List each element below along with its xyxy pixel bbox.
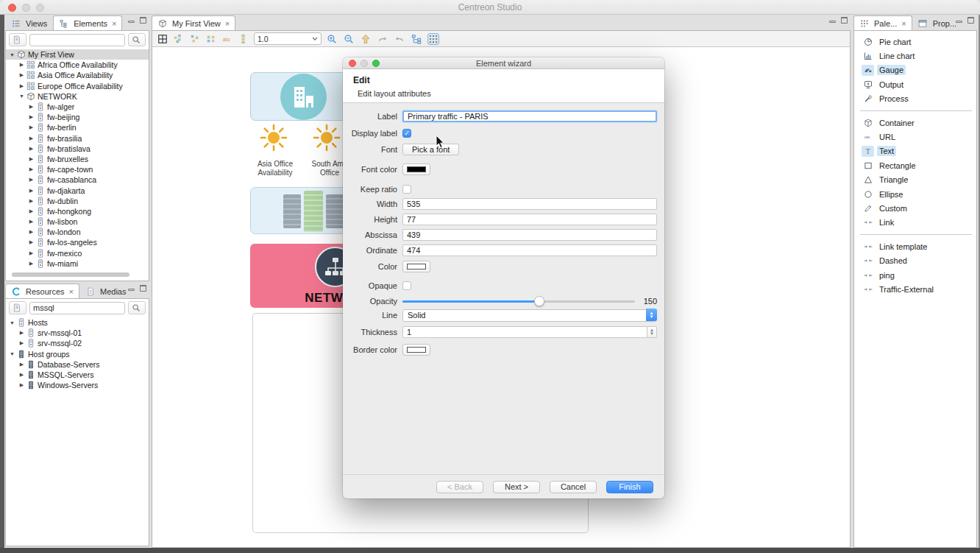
expand-arrow-icon[interactable]: ▶ bbox=[27, 146, 35, 152]
tree-item-windows-servers[interactable]: ▶Windows-Servers bbox=[6, 380, 149, 390]
horizontal-scrollbar[interactable] bbox=[12, 272, 129, 277]
close-tab-icon[interactable]: × bbox=[112, 19, 116, 28]
label-field[interactable] bbox=[402, 110, 657, 122]
sun-status-icon[interactable] bbox=[313, 124, 341, 152]
palette-item-output[interactable]: Output bbox=[854, 77, 976, 91]
tree-item-fw-berlin[interactable]: ▶fw-berlin bbox=[6, 122, 149, 133]
expand-arrow-icon[interactable]: ▶ bbox=[27, 261, 35, 267]
expand-arrow-icon[interactable]: ▶ bbox=[27, 250, 35, 256]
arrange-a-icon[interactable] bbox=[173, 33, 185, 45]
palette-item-process[interactable]: Process bbox=[854, 92, 976, 106]
cancel-button[interactable]: Cancel bbox=[550, 481, 597, 493]
tree-item-fw-beijing[interactable]: ▶fw-beijing bbox=[6, 112, 149, 122]
abc-icon[interactable]: abc bbox=[221, 33, 233, 45]
palette-item-traffic-external[interactable]: Traffic-External bbox=[854, 282, 976, 296]
expand-arrow-icon[interactable]: ▶ bbox=[27, 239, 35, 245]
maximize-panel-icon[interactable] bbox=[967, 17, 974, 24]
expand-arrow-icon[interactable]: ▶ bbox=[27, 156, 35, 162]
tree-item-database-servers[interactable]: ▶Database-Servers bbox=[6, 359, 149, 370]
tree-item-host-groups[interactable]: ▼Host groups bbox=[6, 349, 149, 359]
expand-arrow-icon[interactable]: ▶ bbox=[18, 83, 26, 89]
expand-arrow-icon[interactable]: ▶ bbox=[18, 340, 26, 346]
height-field[interactable] bbox=[402, 214, 657, 225]
palette-item-url[interactable]: URLURL bbox=[854, 130, 976, 144]
palette-item-link-template[interactable]: Link template bbox=[854, 239, 976, 253]
tree-item-srv-mssql-02[interactable]: ▶srv-mssql-02 bbox=[6, 338, 149, 348]
elements-search-button[interactable] bbox=[128, 33, 146, 46]
editor-tab-my-first-view[interactable]: My First View × bbox=[152, 15, 235, 30]
grid-toggle-icon[interactable] bbox=[427, 33, 439, 45]
tree-item-fw-bratislava[interactable]: ▶fw-bratislava bbox=[6, 144, 149, 154]
collapse-arrow-icon[interactable]: ▼ bbox=[8, 351, 16, 356]
minimize-editor-icon[interactable] bbox=[829, 21, 836, 23]
color-swatch-button[interactable] bbox=[402, 261, 430, 272]
ordinate-field[interactable] bbox=[402, 244, 657, 256]
expand-arrow-icon[interactable]: ▶ bbox=[18, 62, 26, 68]
collapse-arrow-icon[interactable]: ▼ bbox=[8, 52, 16, 57]
zoom-in-icon[interactable] bbox=[326, 33, 338, 45]
org-chart-icon[interactable] bbox=[411, 33, 422, 45]
expand-arrow-icon[interactable]: ▶ bbox=[27, 166, 35, 172]
dialog-titlebar[interactable]: Element wizard bbox=[343, 57, 664, 69]
tree-item-mssql-servers[interactable]: ▶MSSQL-Servers bbox=[6, 370, 149, 380]
tree-item-network[interactable]: ▼NETWORK bbox=[6, 91, 149, 102]
tree-item-europe-office-availability[interactable]: ▶Europe Office Availability bbox=[6, 81, 149, 91]
spinner-stepper-icon[interactable]: ▲▼ bbox=[647, 326, 657, 338]
expand-arrow-icon[interactable]: ▶ bbox=[18, 372, 26, 378]
palette-tab-prop[interactable]: Prop... bbox=[912, 15, 962, 30]
zoom-out-icon[interactable] bbox=[343, 33, 355, 45]
next-button[interactable]: Next > bbox=[493, 481, 540, 493]
arrange-b-icon[interactable] bbox=[189, 33, 201, 45]
expand-arrow-icon[interactable]: ▶ bbox=[18, 382, 26, 388]
tree-item-fw-casablanca[interactable]: ▶fw-casablanca bbox=[6, 175, 149, 185]
maximize-panel-icon[interactable] bbox=[140, 17, 146, 24]
expand-arrow-icon[interactable]: ▶ bbox=[27, 114, 35, 120]
new-resource-button[interactable] bbox=[9, 301, 26, 314]
expand-arrow-icon[interactable]: ▶ bbox=[27, 104, 35, 110]
expand-arrow-icon[interactable]: ▶ bbox=[27, 188, 35, 194]
expand-arrow-icon[interactable]: ▶ bbox=[27, 124, 35, 130]
keep-ratio-checkbox[interactable] bbox=[402, 185, 411, 194]
tree-item-fw-miami[interactable]: ▶fw-miami bbox=[6, 258, 149, 269]
opacity-slider[interactable]: 150 bbox=[402, 297, 657, 306]
tree-item-fw-dublin[interactable]: ▶fw-dublin bbox=[6, 196, 149, 206]
expand-arrow-icon[interactable]: ▶ bbox=[18, 362, 26, 367]
tree-item-my-first-view[interactable]: ▼My First View bbox=[6, 49, 149, 60]
back-button[interactable]: < Back bbox=[436, 481, 483, 493]
tree-item-fw-bruxelles[interactable]: ▶fw-bruxelles bbox=[6, 154, 149, 164]
expand-arrow-icon[interactable]: ▶ bbox=[27, 219, 35, 225]
tree-item-asia-office-availability[interactable]: ▶Asia Office Availability bbox=[6, 70, 149, 80]
expand-arrow-icon[interactable]: ▶ bbox=[18, 72, 26, 78]
palette-tab-pale[interactable]: Pale...× bbox=[853, 15, 912, 30]
arrange-c-icon[interactable] bbox=[205, 33, 217, 45]
maximize-panel-icon[interactable] bbox=[140, 285, 146, 292]
palette-item-link[interactable]: Link bbox=[854, 216, 976, 230]
width-field[interactable] bbox=[402, 198, 657, 210]
palette-item-gauge[interactable]: Gauge bbox=[854, 63, 976, 77]
tree-item-africa-office-availability[interactable]: ▶Africa Office Availability bbox=[6, 60, 149, 70]
finish-button[interactable]: Finish bbox=[606, 481, 653, 493]
elements-tab-elements[interactable]: Elements× bbox=[53, 15, 122, 30]
thickness-field[interactable] bbox=[402, 326, 647, 338]
new-element-button[interactable] bbox=[9, 33, 26, 46]
minimize-panel-icon[interactable] bbox=[128, 21, 135, 23]
tree-item-fw-hongkong[interactable]: ▶fw-hongkong bbox=[6, 206, 149, 216]
resources-search-button[interactable] bbox=[128, 301, 146, 314]
font-color-swatch-button[interactable] bbox=[402, 163, 430, 175]
tree-item-fw-lisbon[interactable]: ▶fw-lisbon bbox=[6, 216, 149, 227]
collapse-arrow-icon[interactable]: ▼ bbox=[8, 320, 16, 325]
tree-item-hosts[interactable]: ▼Hosts bbox=[6, 317, 149, 328]
abscissa-field[interactable] bbox=[402, 229, 657, 241]
tree-item-fw-brasilia[interactable]: ▶fw-brasilia bbox=[6, 133, 149, 144]
font-button[interactable]: Pick a font bbox=[402, 144, 459, 155]
expand-arrow-icon[interactable]: ▶ bbox=[27, 177, 35, 183]
palette-item-text[interactable]: TText bbox=[854, 144, 976, 158]
palette-item-triangle[interactable]: Triangle bbox=[854, 173, 976, 187]
elements-tab-views[interactable]: Views bbox=[5, 15, 53, 30]
stack-icon[interactable] bbox=[238, 33, 249, 45]
palette-item-rectangle[interactable]: Rectangle bbox=[854, 158, 976, 172]
resources-tab-medias[interactable]: Medias bbox=[79, 283, 132, 298]
palette-item-container[interactable]: Container bbox=[854, 116, 976, 130]
maximize-editor-icon[interactable] bbox=[841, 17, 848, 24]
resources-search-input[interactable] bbox=[29, 302, 125, 314]
